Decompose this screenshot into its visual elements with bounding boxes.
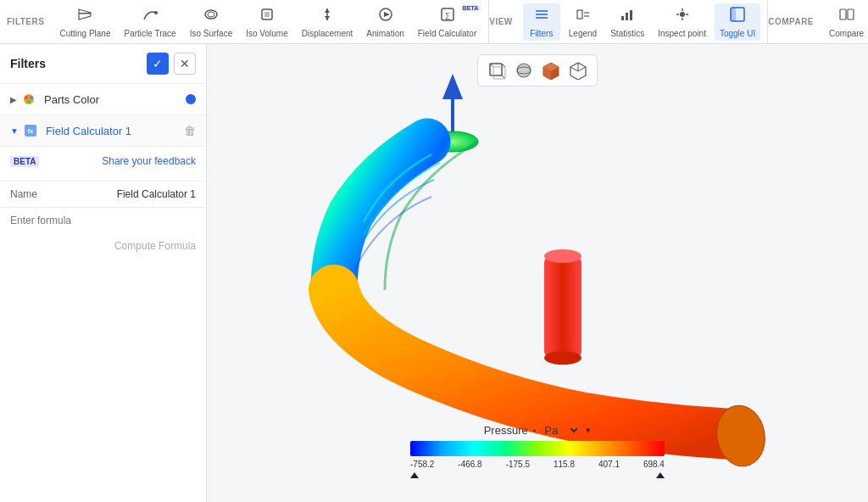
svg-rect-31 bbox=[848, 9, 854, 20]
tick-0: -758.2 bbox=[410, 460, 434, 469]
colorbar-unit-select[interactable]: Pa kPa MPa bbox=[541, 423, 581, 438]
left-panel: Filters ✓ ✕ ▶ Parts Color ▼ fx Field Cal… bbox=[0, 44, 207, 502]
parts-color-icon bbox=[20, 91, 37, 108]
svg-text:∑: ∑ bbox=[444, 11, 449, 20]
iso-surface-icon bbox=[203, 6, 220, 27]
svg-point-68 bbox=[544, 249, 581, 263]
panel-header-actions: ✓ ✕ bbox=[147, 53, 196, 75]
animation-icon bbox=[377, 6, 394, 27]
viewport[interactable]: Pressure ▪ Pa kPa MPa ▾ -758.2 -466.8 -1… bbox=[207, 44, 868, 502]
animation-button[interactable]: Animation bbox=[361, 3, 409, 41]
statistics-button[interactable]: Statistics bbox=[605, 3, 649, 41]
panel-confirm-button[interactable]: ✓ bbox=[147, 53, 169, 75]
svg-marker-64 bbox=[442, 74, 463, 99]
svg-text:fx: fx bbox=[27, 127, 34, 135]
compare-group-label: COMPARE bbox=[768, 17, 814, 26]
compare-button[interactable]: Compare bbox=[824, 3, 868, 41]
name-field-row: Name Field Calculator 1 bbox=[0, 181, 206, 208]
inspect-point-button[interactable]: Inspect point bbox=[653, 3, 711, 41]
svg-rect-6 bbox=[264, 12, 270, 17]
field-calculator-filter-item[interactable]: ▼ fx Field Calculator 1 🗑 bbox=[0, 115, 206, 147]
name-field-value: Field Calculator 1 bbox=[117, 188, 196, 200]
animation-label: Animation bbox=[366, 29, 403, 38]
displacement-label: Displacement bbox=[302, 29, 353, 38]
legend-button[interactable]: Legend bbox=[564, 3, 602, 41]
formula-input[interactable] bbox=[0, 208, 206, 233]
svg-rect-30 bbox=[840, 9, 846, 20]
compare-group: Compare bbox=[817, 0, 868, 43]
beta-label: BETA bbox=[10, 156, 39, 167]
iso-volume-button[interactable]: Iso Volume bbox=[241, 3, 292, 41]
svg-marker-1 bbox=[79, 9, 91, 20]
field-calculator-delete-icon[interactable]: 🗑 bbox=[184, 124, 196, 137]
colorbar-title: Pressure bbox=[484, 424, 528, 437]
inspect-point-icon bbox=[674, 6, 691, 27]
colorbar-title-row: Pressure ▪ Pa kPa MPa ▾ bbox=[484, 423, 592, 438]
svg-rect-17 bbox=[577, 10, 582, 19]
cutting-plane-icon bbox=[76, 6, 93, 27]
beta-feedback-row: BETA Share your feedback bbox=[10, 155, 196, 167]
filters-view-button[interactable]: Filters bbox=[523, 3, 560, 41]
cutting-plane-button[interactable]: Cutting Plane bbox=[54, 3, 115, 41]
toggle-ui-icon bbox=[729, 6, 746, 27]
svg-rect-67 bbox=[544, 256, 581, 358]
parts-color-status-dot bbox=[186, 94, 196, 104]
colorbar-gradient-bar bbox=[410, 441, 665, 456]
toolbar: FILTERS Cutting Plane Particle Trace Iso… bbox=[0, 0, 868, 44]
colorbar-triangles bbox=[410, 472, 665, 478]
field-calculator-icon: ∑ bbox=[439, 6, 456, 27]
panel-close-button[interactable]: ✕ bbox=[174, 53, 196, 75]
statistics-icon bbox=[619, 6, 636, 27]
svg-point-43 bbox=[30, 96, 33, 99]
field-calculator-beta-badge: BETA bbox=[461, 5, 481, 11]
field-calculator-label: Field Calculator bbox=[418, 29, 476, 38]
colorbar-ticks: -758.2 -466.8 -175.5 115.8 407.1 698.4 bbox=[410, 460, 665, 469]
svg-point-4 bbox=[208, 12, 214, 17]
toggle-ui-button[interactable]: Toggle UI bbox=[715, 3, 760, 41]
toggle-ui-label: Toggle UI bbox=[720, 29, 755, 38]
svg-point-42 bbox=[25, 96, 28, 99]
svg-point-44 bbox=[27, 100, 31, 103]
name-field-label: Name bbox=[10, 188, 37, 200]
view-group: Filters Legend Statistics Inspect point … bbox=[516, 0, 768, 43]
field-calculator-button[interactable]: BETA ∑ Field Calculator bbox=[413, 3, 481, 41]
legend-icon bbox=[575, 6, 592, 27]
iso-volume-icon bbox=[259, 6, 275, 27]
svg-rect-29 bbox=[731, 8, 736, 21]
svg-marker-11 bbox=[384, 12, 390, 17]
iso-volume-label: Iso Volume bbox=[246, 29, 287, 38]
iso-surface-button[interactable]: Iso Surface bbox=[185, 3, 238, 41]
max-triangle-marker bbox=[656, 472, 665, 478]
tick-3: 115.8 bbox=[554, 460, 575, 469]
parts-color-filter-item[interactable]: ▶ Parts Color bbox=[0, 84, 206, 115]
main-area: Filters ✓ ✕ ▶ Parts Color ▼ fx Field Cal… bbox=[0, 44, 868, 502]
legend-label: Legend bbox=[569, 29, 597, 38]
compare-label: Compare bbox=[829, 29, 864, 38]
compute-formula-button[interactable]: Compute Formula bbox=[114, 240, 196, 252]
beta-section: BETA Share your feedback bbox=[0, 147, 206, 181]
colorbar-dropdown-icon: ▾ bbox=[586, 425, 591, 436]
iso-surface-label: Iso Surface bbox=[190, 29, 233, 38]
cutting-plane-label: Cutting Plane bbox=[59, 29, 110, 38]
compare-icon bbox=[838, 6, 855, 27]
svg-rect-22 bbox=[630, 10, 632, 20]
particle-trace-button[interactable]: Particle Trace bbox=[119, 3, 181, 41]
colorbar-square-icon: ▪ bbox=[533, 426, 537, 435]
view-group-label: VIEW bbox=[489, 17, 513, 26]
svg-point-2 bbox=[154, 11, 158, 14]
inspect-point-label: Inspect point bbox=[658, 29, 706, 38]
field-calculator-filter-label: Field Calculator 1 bbox=[46, 125, 184, 137]
tick-2: -175.5 bbox=[506, 460, 530, 469]
feedback-link[interactable]: Share your feedback bbox=[102, 155, 196, 167]
filters-view-label: Filters bbox=[530, 29, 553, 38]
svg-point-23 bbox=[680, 12, 685, 17]
filters-view-icon bbox=[533, 6, 550, 27]
filters-group: Cutting Plane Particle Trace Iso Surface… bbox=[47, 0, 489, 43]
panel-header: Filters ✓ ✕ bbox=[0, 44, 206, 84]
svg-rect-20 bbox=[621, 16, 624, 20]
tick-5: 698.4 bbox=[643, 460, 665, 469]
panel-title: Filters bbox=[10, 57, 46, 70]
colorbar-container: Pressure ▪ Pa kPa MPa ▾ -758.2 -466.8 -1… bbox=[410, 423, 665, 478]
particle-trace-icon bbox=[142, 6, 159, 27]
displacement-button[interactable]: Displacement bbox=[297, 3, 359, 41]
